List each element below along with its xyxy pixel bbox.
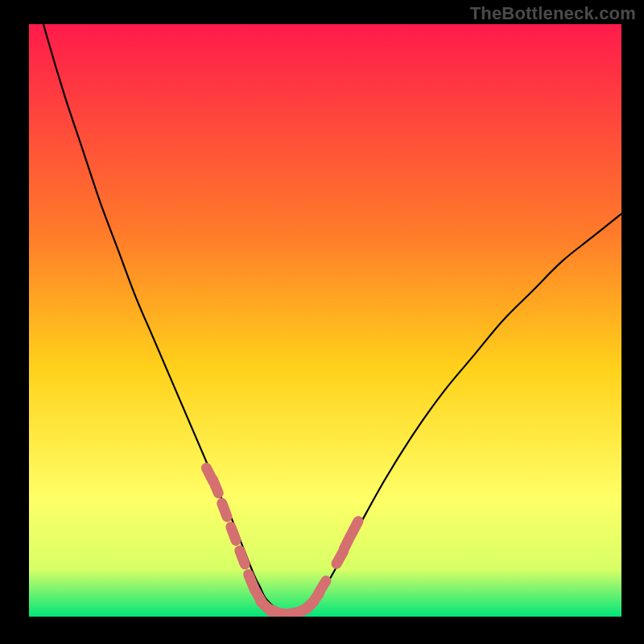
gradient-background xyxy=(29,24,621,617)
marker-point xyxy=(319,580,326,592)
marker-point xyxy=(213,480,218,493)
marker-point xyxy=(231,527,236,541)
chart-frame: { "watermark": "TheBottleneck.com", "col… xyxy=(0,0,644,644)
marker-point xyxy=(240,551,245,564)
marker-point xyxy=(222,503,227,517)
bottleneck-chart xyxy=(0,0,644,644)
marker-point xyxy=(352,522,358,535)
watermark-text: TheBottleneck.com xyxy=(470,3,636,24)
